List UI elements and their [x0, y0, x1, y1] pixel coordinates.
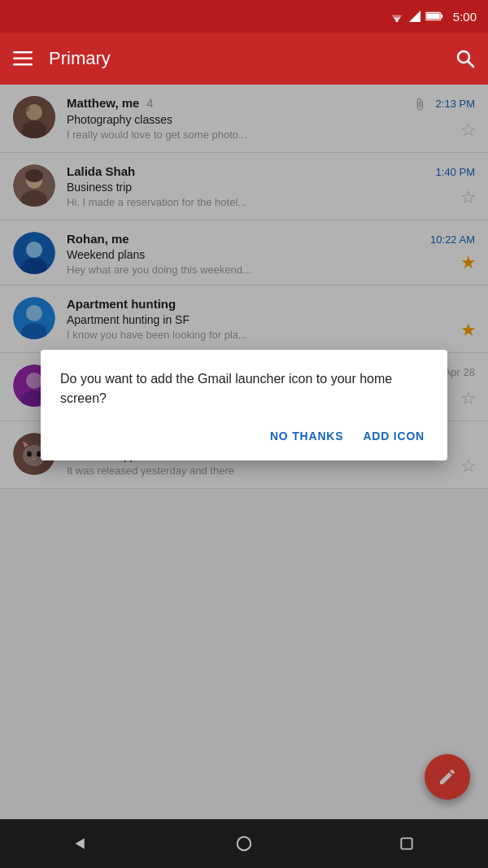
- svg-line-12: [468, 62, 474, 68]
- signal-icon: [409, 11, 420, 22]
- home-icon: [235, 835, 253, 853]
- svg-rect-41: [401, 838, 412, 848]
- back-button[interactable]: [57, 819, 106, 868]
- svg-rect-8: [13, 51, 33, 54]
- hamburger-icon: [13, 51, 33, 66]
- home-button[interactable]: [220, 819, 268, 868]
- svg-marker-39: [76, 839, 85, 849]
- search-icon: [455, 49, 475, 68]
- add-icon-button[interactable]: ADD ICON: [359, 425, 428, 447]
- no-thanks-button[interactable]: NO THANKS: [267, 425, 346, 447]
- status-bar: 5:00: [0, 0, 488, 33]
- recents-button[interactable]: [382, 819, 431, 868]
- svg-point-40: [237, 837, 251, 851]
- dialog: Do you want to add the Gmail launcher ic…: [41, 350, 447, 460]
- search-button[interactable]: [455, 49, 475, 68]
- dialog-message: Do you want to add the Gmail launcher ic…: [60, 369, 428, 408]
- status-time: 5:00: [453, 10, 477, 24]
- svg-rect-10: [13, 63, 33, 66]
- wifi-icon: [390, 11, 404, 22]
- bottom-nav: [0, 819, 488, 868]
- hamburger-button[interactable]: [13, 51, 33, 67]
- status-icons: [390, 11, 443, 22]
- back-icon: [72, 835, 90, 853]
- svg-rect-9: [13, 58, 33, 60]
- recents-icon: [399, 835, 415, 852]
- svg-rect-6: [441, 15, 442, 19]
- svg-marker-4: [409, 11, 420, 22]
- dialog-actions: NO THANKS ADD ICON: [60, 425, 428, 447]
- svg-rect-7: [426, 13, 440, 19]
- top-bar: Primary: [0, 33, 488, 85]
- page-title: Primary: [49, 48, 439, 69]
- battery-icon: [425, 11, 443, 21]
